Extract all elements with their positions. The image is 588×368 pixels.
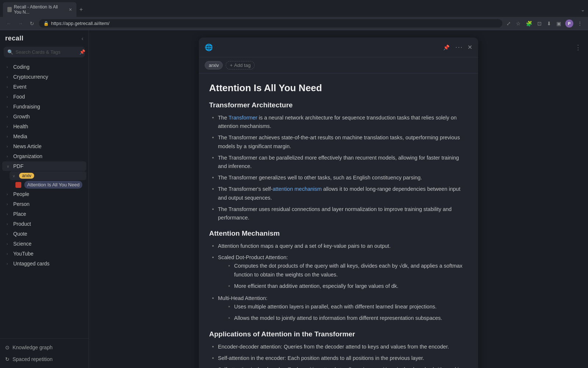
sidebar-item-person[interactable]: › Person [2, 199, 86, 209]
sub-bullet-item: Allows the model to jointly attend to in… [228, 314, 468, 322]
tag-label: News Article [13, 143, 42, 149]
arxiv-tag-chip[interactable]: arxiv [205, 61, 223, 69]
transformer-bullets: The Transformer is a neural network arch… [209, 114, 468, 222]
sidebar-item-cryptocurrency[interactable]: › Cryptocurrency [2, 72, 86, 82]
chevron-right-icon: › [7, 85, 11, 89]
page-menu-btn[interactable]: ⋮ [575, 43, 581, 51]
attention-mechanism-link[interactable]: attention mechanism [273, 186, 322, 192]
chevron-right-icon: › [7, 125, 11, 129]
add-tag-btn[interactable]: + Add tag [226, 61, 254, 69]
search-bar[interactable]: 🔍 📌 [4, 47, 85, 57]
tag-label: Person [13, 201, 29, 207]
sidebar-item-youtube[interactable]: › YouTube [2, 249, 86, 258]
tag-label: Product [13, 221, 31, 227]
sub-bullet-item: Uses multiple attention layers in parall… [228, 303, 468, 311]
chevron-right-icon: › [7, 212, 11, 216]
forward-btn[interactable]: → [16, 19, 25, 28]
sdp-sub-bullets: Computes the dot products of the query w… [218, 262, 468, 290]
sidebar-footer: ⊙ Knowledge graph ↻ Spaced repetition [0, 338, 89, 368]
tags-list: › Coding › Cryptocurrency › Event › Food… [0, 60, 89, 338]
tag-label: Health [13, 124, 28, 129]
bullet-item: The Transformer achieves state-of-the-ar… [212, 133, 468, 150]
tag-label: Fundraising [13, 104, 40, 110]
download-icon[interactable]: ⬇ [546, 19, 552, 28]
bullet-item: Self-attention in the decoder: Each posi… [212, 365, 468, 368]
tab-list-btn[interactable]: ⌄ [581, 7, 585, 12]
pin-icon: 📌 [79, 49, 85, 55]
new-tab-btn[interactable]: + [78, 5, 84, 14]
main-layout: recall ‹ 🔍 📌 › Coding › Cryptocurrency ›… [0, 30, 588, 368]
chevron-right-icon: › [7, 192, 11, 196]
applications-bullets: Encoder-decoder attention: Queries from … [209, 343, 468, 368]
extensions-icon[interactable]: 🧩 [525, 19, 533, 28]
sidebar-item-food[interactable]: › Food [2, 92, 86, 101]
sidebar-item-news-article[interactable]: › News Article [2, 142, 86, 151]
card-item-attention[interactable]: Attention Is All You Need [2, 181, 86, 189]
tag-label: Food [13, 94, 25, 100]
menu-btn[interactable]: ⋮ [576, 19, 584, 28]
sidebar-item-people[interactable]: › People [2, 189, 86, 199]
chevron-right-icon: › [7, 154, 11, 158]
bullet-item: Attention function maps a query and a se… [212, 242, 468, 250]
sidebar-item-fundraising[interactable]: › Fundraising [2, 102, 86, 111]
chevron-right-icon: › [7, 202, 11, 206]
sidebar-item-quote[interactable]: › Quote [2, 229, 86, 239]
app-logo: recall [5, 35, 24, 42]
sidebar-item-coding[interactable]: › Coding [2, 62, 86, 72]
knowledge-graph-icon: ⊙ [5, 344, 10, 350]
split-screen-icon[interactable]: ▣ [555, 19, 562, 28]
sidebar-item-media[interactable]: › Media [2, 132, 86, 141]
tag-label: Science [13, 241, 32, 247]
pin-card-btn[interactable]: 📌 [442, 43, 451, 52]
chevron-right-icon: › [7, 252, 11, 256]
bullet-item: Scaled Dot-Product Attention: Computes t… [212, 253, 468, 290]
sidebar-item-place[interactable]: › Place [2, 209, 86, 219]
knowledge-graph-btn[interactable]: ⊙ Knowledge graph [0, 342, 89, 353]
chevron-down-icon: ∨ [7, 164, 11, 168]
sidebar-item-event[interactable]: › Event [2, 82, 86, 92]
close-card-btn[interactable]: ✕ [467, 44, 472, 51]
tag-label: Untagged cards [13, 261, 50, 267]
bullet-item: Encoder-decoder attention: Queries from … [212, 343, 468, 351]
sidebar-item-product[interactable]: › Product [2, 219, 86, 229]
active-tab[interactable]: Recall - Attention Is All You N... ✕ [3, 2, 76, 17]
tag-label: Growth [13, 114, 30, 119]
url-bar[interactable]: 🔒 https://app.getrecall.ai/item/ [39, 19, 502, 28]
spaced-repetition-btn[interactable]: ↻ Spaced repetition [0, 353, 89, 365]
bullet-item: Multi-Head Attention: Uses multiple atte… [212, 294, 468, 323]
sidebar-collapse-btn[interactable]: ‹ [82, 35, 83, 42]
lock-icon: 🔒 [43, 21, 49, 26]
back-btn[interactable]: ← [4, 19, 13, 28]
card-header-actions: 📌 ··· ✕ [442, 42, 472, 53]
tab-favicon [7, 7, 12, 12]
card-tags-row: arxiv + Add tag [199, 57, 478, 74]
profile-btn[interactable]: P [565, 19, 573, 28]
card-header: 🌐 📌 ··· ✕ [199, 37, 478, 57]
sidebar-item-growth[interactable]: › Growth [2, 112, 86, 121]
screen-share-icon[interactable]: ⤢ [505, 19, 512, 28]
sidebar-item-untagged[interactable]: › Untagged cards [2, 259, 86, 268]
bookmark-icon[interactable]: ☆ [515, 19, 522, 28]
sidebar-item-arxiv[interactable]: ∨ arxiv [2, 171, 86, 180]
toolbar-icons: ⤢ ☆ 🧩 ⊡ ⬇ ▣ P ⋮ [505, 19, 584, 28]
cast-icon[interactable]: ⊡ [536, 19, 543, 28]
more-options-btn[interactable]: ··· [454, 42, 465, 53]
sidebar-item-health[interactable]: › Health [2, 122, 86, 131]
chevron-right-icon: › [7, 242, 11, 246]
sub-bullet-item: Computes the dot products of the query w… [228, 262, 468, 279]
chevron-right-icon: › [7, 75, 11, 79]
transformer-link[interactable]: Transformer [229, 115, 257, 121]
tag-label: Event [13, 84, 26, 90]
search-icon: 🔍 [7, 49, 13, 55]
chevron-right-icon: › [7, 135, 11, 139]
sidebar-item-science[interactable]: › Science [2, 239, 86, 249]
refresh-btn[interactable]: ↻ [28, 19, 36, 28]
search-input[interactable] [15, 49, 77, 55]
section-title-transformer: Transformer Architecture [209, 101, 468, 109]
sidebar-item-organization[interactable]: › Organization [2, 151, 86, 161]
sidebar-item-pdf[interactable]: ∨ PDF [2, 161, 86, 171]
chevron-right-icon: › [7, 95, 11, 99]
tag-label: YouTube [13, 251, 33, 257]
chevron-right-icon: › [7, 232, 11, 236]
tab-close-btn[interactable]: ✕ [69, 7, 72, 12]
